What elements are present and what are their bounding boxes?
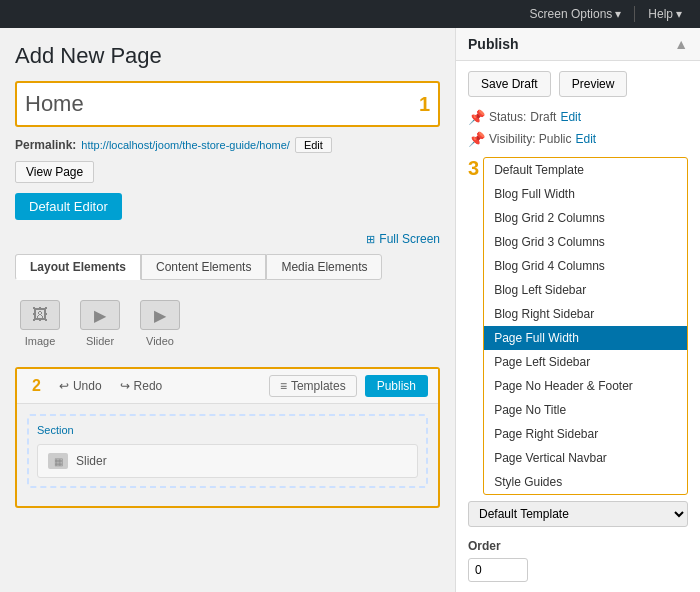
dropdown-item[interactable]: Page Left Sidebar [484,350,687,374]
dropdown-item[interactable]: Style Guides [484,470,687,494]
dropdown-item[interactable]: Blog Grid 3 Columns [484,230,687,254]
element-slider[interactable]: ▶ Slider [80,300,120,347]
dropdown-item[interactable]: Page No Title [484,398,687,422]
order-input[interactable] [468,558,528,582]
status-row: 📌 Status: Draft Edit [468,109,688,125]
redo-button[interactable]: ↪ Redo [115,377,168,395]
view-page-button[interactable]: View Page [15,161,94,183]
video-icon: ▶ [140,300,180,330]
pin-icon: 📌 [468,109,485,125]
tabs-row: Layout Elements Content Elements Media E… [15,254,440,280]
dropdown-item[interactable]: Page Vertical Navbar [484,446,687,470]
left-panel: Add New Page 1 Permalink: http://localho… [0,28,455,592]
slider-element-label: Slider [76,454,107,468]
save-draft-button[interactable]: Save Draft [468,71,551,97]
dropdown-item[interactable]: Page Right Sidebar [484,422,687,446]
status-label: Status: [489,110,526,124]
template-section: 3 Default TemplateBlog Full WidthBlog Gr… [468,157,688,501]
permalink-row: Permalink: http://localhost/joom/the-sto… [15,137,440,153]
chevron-down-icon: ▾ [615,7,621,21]
chevron-down-icon-help: ▾ [676,7,682,21]
top-bar: Screen Options ▾ Help ▾ [0,0,700,28]
visibility-label: Visibility: Public [489,132,571,146]
tab-layout-elements[interactable]: Layout Elements [15,254,141,280]
template-dropdown-list: Default TemplateBlog Full WidthBlog Grid… [483,157,688,495]
title-box: 1 [15,81,440,127]
visibility-icon: 📌 [468,131,485,147]
publish-header: Publish ▲ [456,28,700,61]
marker-3: 3 [468,157,479,180]
default-editor-button[interactable]: Default Editor [15,193,122,220]
undo-label: Undo [73,379,102,393]
dropdown-item[interactable]: Blog Right Sidebar [484,302,687,326]
element-image[interactable]: 🖼 Image [20,300,60,347]
publish-collapse-button[interactable]: ▲ [674,36,688,52]
section-content: Section ▦ Slider [17,404,438,506]
help-button[interactable]: Help ▾ [640,5,690,23]
marker-1: 1 [419,93,430,116]
view-page-wrapper: View Page [15,161,440,193]
status-edit-link[interactable]: Edit [560,110,581,124]
publish-panel-title: Publish [468,36,519,52]
dropdown-item[interactable]: Page No Header & Footer [484,374,687,398]
divider [634,6,635,22]
default-editor-wrapper: Default Editor [15,193,440,232]
slider-label: Slider [86,335,114,347]
redo-icon: ↪ [120,379,130,393]
slider-icon: ▶ [80,300,120,330]
section-box: Section ▦ Slider [27,414,428,488]
help-label: Help [648,7,673,21]
tab-media-elements[interactable]: Media Elements [266,254,382,280]
dropdown-item[interactable]: Default Template [484,158,687,182]
tab-content-elements[interactable]: Content Elements [141,254,266,280]
right-panel: Publish ▲ Save Draft Preview 📌 Status: D… [455,28,700,592]
dropdown-item[interactable]: Blog Grid 4 Columns [484,254,687,278]
status-value: Draft [530,110,556,124]
dropdown-item[interactable]: Blog Left Sidebar [484,278,687,302]
undo-icon: ↩ [59,379,69,393]
editor-publish-button[interactable]: Publish [365,375,428,397]
fullscreen-icon: ⊞ [366,233,375,246]
preview-button[interactable]: Preview [559,71,628,97]
templates-label: Templates [291,379,346,393]
page-heading: Add New Page [15,43,440,69]
image-icon: 🖼 [20,300,60,330]
templates-icon: ≡ [280,379,287,393]
permalink-label: Permalink: [15,138,76,152]
editor-toolbar: 2 ↩ Undo ↪ Redo ≡ Templates Publish [17,369,438,404]
main-layout: Add New Page 1 Permalink: http://localho… [0,28,700,592]
fullscreen-row: ⊞ Full Screen [15,232,440,246]
dropdown-area: Default TemplateBlog Full WidthBlog Grid… [483,157,688,501]
visibility-row: 📌 Visibility: Public Edit [468,131,688,147]
undo-button[interactable]: ↩ Undo [54,377,107,395]
slider-item: ▦ Slider [37,444,418,478]
slider-element-icon: ▦ [48,453,68,469]
editor-section: 2 ↩ Undo ↪ Redo ≡ Templates Publish [15,367,440,508]
dropdown-item[interactable]: Page Full Width [484,326,687,350]
template-select[interactable]: Default TemplateBlog Full WidthBlog Grid… [468,501,688,527]
permalink-url: http://localhost/joom/the-store-guide/ho… [81,139,290,151]
section-box-label: Section [37,424,418,436]
publish-actions: Save Draft Preview [468,71,688,97]
permalink-edit-button[interactable]: Edit [295,137,332,153]
dropdown-item[interactable]: Blog Full Width [484,182,687,206]
screen-options-label: Screen Options [530,7,613,21]
elements-row: 🖼 Image ▶ Slider ▶ Video [15,290,440,357]
screen-options-button[interactable]: Screen Options ▾ [522,5,630,23]
publish-body: Save Draft Preview 📌 Status: Draft Edit … [456,61,700,592]
redo-label: Redo [134,379,163,393]
video-label: Video [146,335,174,347]
fullscreen-link[interactable]: ⊞ Full Screen [366,232,440,246]
order-label: Order [468,539,688,553]
dropdown-item[interactable]: Blog Grid 2 Columns [484,206,687,230]
image-label: Image [25,335,56,347]
visibility-edit-link[interactable]: Edit [575,132,596,146]
element-video[interactable]: ▶ Video [140,300,180,347]
page-title-input[interactable] [25,91,411,117]
title-input-row: 1 [25,91,430,117]
marker-2: 2 [27,377,46,395]
fullscreen-label: Full Screen [379,232,440,246]
template-select-row: Default TemplateBlog Full WidthBlog Grid… [468,501,688,527]
templates-button[interactable]: ≡ Templates [269,375,357,397]
